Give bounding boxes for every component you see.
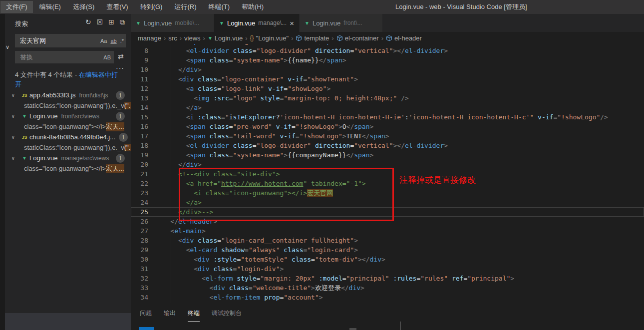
breadcrumb-el-header[interactable]: el-header xyxy=(386,34,422,42)
code-line[interactable]: 10 </div> xyxy=(131,65,644,74)
breadcrumb-src[interactable]: src xyxy=(168,34,177,42)
preserve-case-icon[interactable]: AB xyxy=(103,54,111,60)
breadcrumb-symbol-login-vue[interactable]: {}"Login.vue" xyxy=(250,34,289,42)
replace-all-icon[interactable]: ⇄ xyxy=(118,52,124,60)
code-line[interactable]: 12 <a class="logo-link" v-if="showLogo"> xyxy=(131,84,644,93)
panel-tab-terminal[interactable]: 终端 xyxy=(188,309,200,322)
regex-icon[interactable]: .* xyxy=(120,38,124,44)
match-count-badge: 1 xyxy=(116,91,125,100)
file-path: front\dist\js xyxy=(79,92,116,99)
result-file-row[interactable]: ∨ JS chunk-8a4b085a.449fb0e4.j... 1 xyxy=(5,132,131,142)
code-text: <el-card shadow="always" class="login-ca… xyxy=(155,245,358,255)
activity-bar-strip xyxy=(0,14,5,330)
chevron-down-icon[interactable]: ∨ xyxy=(11,135,19,140)
code-text: <span class="pre-word" v-if="!showLogo">… xyxy=(155,122,373,131)
code-line[interactable]: 31 <div class="login-div"> xyxy=(131,264,644,274)
code-line[interactable]: 14 </a> xyxy=(131,103,644,112)
menu-help[interactable]: 帮助(H) xyxy=(236,1,269,13)
code-line[interactable]: 18 <el-divider class="logo-divider" dire… xyxy=(131,141,644,150)
code-line[interactable]: 32 <el-form style="margin: 20px" :model=… xyxy=(131,274,644,283)
breadcrumb-separator: › xyxy=(331,34,333,42)
code-line[interactable]: 19 <span class="system-name">{{companyNa… xyxy=(131,150,644,160)
code-line[interactable]: 28 <div class="login-card__container ful… xyxy=(131,236,644,245)
tab-login-vue-front[interactable]: ▼ Login.vue front\... xyxy=(300,14,382,32)
menu-edit[interactable]: 编辑(E) xyxy=(34,1,66,13)
code-line[interactable]: 16 <span class="pre-word" v-if="!showLog… xyxy=(131,122,644,131)
line-number: 23 xyxy=(131,188,155,198)
file-path: front\src\views xyxy=(61,113,116,120)
refresh-icon[interactable]: ↻ xyxy=(85,18,91,26)
symbol-cube-icon xyxy=(296,35,302,41)
replace-box: AB xyxy=(15,51,114,63)
line-number: 27 xyxy=(131,226,155,236)
breadcrumb-manage[interactable]: manage xyxy=(138,34,161,42)
match-text: class="icon-guanwang"></i> xyxy=(24,123,106,130)
replace-input[interactable] xyxy=(19,53,103,61)
menu-view[interactable]: 查看(V) xyxy=(101,1,133,13)
annotation-note: 注释掉或是直接修改 xyxy=(399,174,476,186)
code-editor[interactable]: 7 <span class="logo-word" href="#"></spa… xyxy=(131,44,644,304)
breadcrumb-views[interactable]: views xyxy=(184,34,201,42)
code-line[interactable]: 9 <span class="system-name">{{name}}</sp… xyxy=(131,55,644,65)
code-text: <el-divider class="logo-divider" directi… xyxy=(155,141,448,150)
vue-file-icon: ▼ xyxy=(208,35,213,41)
result-match-row[interactable]: staticClass:"icon-guanwang"}),e._v("... xyxy=(5,100,131,111)
menu-run[interactable]: 运行(R) xyxy=(169,1,202,13)
code-line[interactable]: 30 <div :style="totemStyle" class="totem… xyxy=(131,255,644,264)
chevron-down-icon[interactable]: ∨ xyxy=(11,114,19,119)
match-case-icon[interactable]: Aa xyxy=(100,38,107,44)
breadcrumb-separator: › xyxy=(245,34,247,42)
breadcrumb-separator: › xyxy=(291,34,293,42)
result-file-row[interactable]: ∨ ▼ Login.vue manage\src\views 1 xyxy=(5,153,131,163)
toggle-replace-chevron-icon[interactable]: ∨ xyxy=(5,44,9,50)
code-line[interactable]: 27 <el-main> xyxy=(131,226,644,236)
code-line[interactable]: 17 <span class="tail-word" v-if="!showLo… xyxy=(131,131,644,141)
breadcrumb-el-container[interactable]: el-container xyxy=(336,34,379,42)
editor-tab-strip: ▼ Login.vue mobile\... ▼ Login.vue manag… xyxy=(131,14,644,32)
code-line[interactable]: 8 <el-divider class="logo-divider" direc… xyxy=(131,46,644,55)
open-in-editor-icon[interactable]: ⧉ xyxy=(120,18,125,26)
code-line[interactable]: 33 <div class="welcome-title">欢迎登录</div> xyxy=(131,283,644,293)
code-line[interactable]: 15 <i :class="isIeExplorer?'icon-hotent-… xyxy=(131,112,644,122)
code-line[interactable]: 34 <el-form-item prop="account"> xyxy=(131,293,644,302)
panel-tab-output[interactable]: 输出 xyxy=(164,309,176,322)
code-line[interactable]: 13 <img :src="logo" style="margin-top: 0… xyxy=(131,93,644,103)
tab-title: Login.vue xyxy=(144,19,172,27)
breadcrumb-login-vue[interactable]: ▼Login.vue xyxy=(208,34,243,42)
chevron-down-icon[interactable]: ∨ xyxy=(11,93,19,98)
line-number: 26 xyxy=(131,217,155,226)
result-match-row[interactable]: staticClass:"icon-guanwang"}),e._v("... xyxy=(5,142,131,153)
chevron-down-icon[interactable]: ∨ xyxy=(11,156,19,161)
menu-go[interactable]: 转到(G) xyxy=(135,1,168,13)
code-line[interactable]: 11 <div class="logo-container" v-if="sho… xyxy=(131,74,644,84)
panel-splitter[interactable] xyxy=(400,322,401,330)
result-match-row[interactable]: class="icon-guanwang"></i>宏天... xyxy=(5,121,131,132)
panel-tab-debug-console[interactable]: 调试控制台 xyxy=(212,309,242,322)
breadcrumb-template[interactable]: template xyxy=(296,34,329,42)
menu-file[interactable]: 文件(F) xyxy=(0,1,33,13)
search-input[interactable] xyxy=(19,36,100,45)
panel-tab-problems[interactable]: 问题 xyxy=(140,309,152,322)
result-match-row[interactable]: class="icon-guanwang"></i>宏天... xyxy=(5,163,131,174)
results-summary: 4 文件中有 4 个结果 - 在编辑器中打开 xyxy=(15,70,121,89)
result-file-row[interactable]: ∨ JS app.4ab533f3.js front\dist\js 1 xyxy=(5,90,131,100)
line-number: 25 xyxy=(131,207,155,217)
line-number: 11 xyxy=(131,74,155,84)
clear-search-results-icon[interactable]: ☒ xyxy=(97,18,103,26)
result-file-row[interactable]: ∨ ▼ Login.vue front\src\views 1 xyxy=(5,111,131,121)
menu-selection[interactable]: 选择(S) xyxy=(67,1,100,13)
breadcrumb-label: template xyxy=(304,34,329,42)
tab-login-vue-manage[interactable]: ▼ Login.vue manage\... × xyxy=(214,14,299,32)
menu-terminal[interactable]: 终端(T) xyxy=(203,1,235,13)
open-new-search-editor-icon[interactable]: ⊞ xyxy=(108,18,114,26)
close-icon[interactable]: × xyxy=(290,19,294,27)
terminal-scrollbar-fragment xyxy=(349,328,356,330)
whole-word-icon[interactable]: ab xyxy=(110,38,116,44)
tab-login-vue-mobile[interactable]: ▼ Login.vue mobile\... xyxy=(131,14,214,32)
results-count-text: 4 文件中有 4 个结果 - xyxy=(15,71,79,78)
match-highlight: ("... xyxy=(124,102,131,109)
line-number: 22 xyxy=(131,179,155,188)
line-number: 14 xyxy=(131,103,155,112)
code-line[interactable]: 29 <el-card shadow="always" class="login… xyxy=(131,245,644,255)
match-text: staticClass:"icon-guanwang"}),e._v xyxy=(24,144,124,151)
